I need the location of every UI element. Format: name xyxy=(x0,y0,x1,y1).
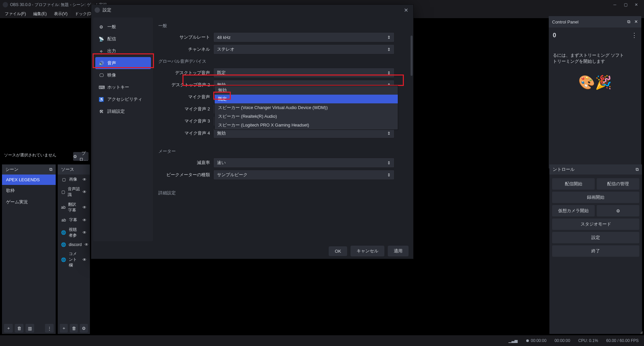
fps-counter: 60.00 / 60.00 FPS xyxy=(606,338,639,343)
dropdown-option[interactable]: スピーカー (Logitech PRO X Gaming Headset) xyxy=(215,121,398,130)
scene-item[interactable]: ゲーム実況 xyxy=(2,196,56,208)
exit-button[interactable]: 終了 xyxy=(552,245,639,257)
mic-audio-4-label: マイク音声 4 xyxy=(157,130,213,136)
sample-rate-select[interactable]: 48 kHz⇕ xyxy=(213,32,394,42)
source-item[interactable]: ab翻訳字幕👁 xyxy=(58,200,90,215)
dropdown-option[interactable]: スピーカー (Realtek(R) Audio) xyxy=(215,112,398,121)
mic-audio-2-label: マイク音声 2 xyxy=(157,106,213,112)
accessibility-icon: ♿ xyxy=(99,97,104,102)
source-item[interactable]: ▢画像👁 xyxy=(58,175,90,184)
desktop-audio-select[interactable]: 既定⇕ xyxy=(213,68,394,78)
sidebar-item-video[interactable]: 🖵映像 xyxy=(95,69,151,81)
sidebar-item-output[interactable]: ⎆出力 xyxy=(95,45,151,57)
profile-button[interactable]: ⚙プロ… xyxy=(73,152,89,161)
output-icon: ⎆ xyxy=(99,49,104,54)
source-settings-button[interactable]: ⚙ xyxy=(80,324,88,333)
popout-icon[interactable]: ⧉ xyxy=(49,167,52,172)
section-meters-title: メーター xyxy=(158,148,407,154)
desktop-audio-label: デスクトップ音声 xyxy=(157,70,213,76)
manage-stream-button[interactable]: 配信の管理 xyxy=(597,178,639,190)
visibility-icon[interactable]: 👁 xyxy=(83,177,87,182)
source-item[interactable]: 🌐コメント欄👁 xyxy=(58,249,90,270)
control-panel-header: Control Panel ⧉ ✕ xyxy=(549,16,641,28)
text-icon: ab xyxy=(61,205,65,210)
menu-edit[interactable]: 編集(E) xyxy=(30,10,50,18)
virtual-camera-button[interactable]: 仮想カメラ開始 xyxy=(552,205,595,216)
decay-rate-select[interactable]: 速い⇕ xyxy=(213,158,394,168)
sidebar-item-advanced[interactable]: 🛠詳細設定 xyxy=(95,105,151,117)
peak-meter-select[interactable]: サンプルピーク⇕ xyxy=(213,170,394,180)
visibility-icon[interactable]: 👁 xyxy=(83,218,87,223)
visibility-icon[interactable]: 👁 xyxy=(85,242,89,247)
close-button[interactable]: ✕ xyxy=(634,2,639,7)
source-item[interactable]: 🌐視聴者参👁 xyxy=(58,225,90,240)
ok-button[interactable]: OK xyxy=(329,246,347,256)
chevron-updown-icon: ⇕ xyxy=(387,70,391,76)
dialog-title: 設定 xyxy=(103,7,402,13)
scene-item[interactable]: 歌枠 xyxy=(2,185,56,196)
menu-file[interactable]: ファイル(F) xyxy=(1,10,29,18)
preview-canvas[interactable] xyxy=(3,18,87,148)
start-stream-button[interactable]: 配信開始 xyxy=(552,178,595,190)
no-source-label: ソースが選択されていません xyxy=(4,152,56,158)
sources-list: ▢画像👁 ▢音声認識👁 ab翻訳字幕👁 ab字幕👁 🌐視聴者参👁 🌐discor… xyxy=(58,175,90,323)
delete-scene-button[interactable]: 🗑 xyxy=(15,324,23,333)
obs-logo-icon xyxy=(3,2,8,7)
more-icon[interactable]: ⋮ xyxy=(631,32,637,39)
scene-filter-button[interactable]: ▥ xyxy=(25,324,34,333)
maximize-button[interactable]: ▢ xyxy=(623,2,628,7)
source-item[interactable]: ab字幕👁 xyxy=(58,215,90,225)
section-general-title: 一般 xyxy=(158,23,407,29)
add-source-button[interactable]: ＋ xyxy=(60,324,68,333)
menu-view[interactable]: 表示(V) xyxy=(51,10,71,18)
apply-button[interactable]: 適用 xyxy=(388,246,409,256)
globe-icon: 🌐 xyxy=(61,230,66,235)
visibility-icon[interactable]: 👁 xyxy=(83,257,87,262)
settings-button[interactable]: 設定 xyxy=(552,232,639,243)
section-global-devices-title: グローバル音声デバイス xyxy=(158,58,407,64)
visibility-icon[interactable]: 👁 xyxy=(83,230,87,235)
peak-meter-label: ピークメーターの種類 xyxy=(157,172,213,178)
sidebar-item-stream[interactable]: 📡配信 xyxy=(95,33,151,45)
sources-dock-header: ソース xyxy=(58,164,90,175)
popout-icon[interactable]: ⧉ xyxy=(636,167,639,172)
resize-grip-icon[interactable]: ◢ xyxy=(640,330,643,334)
add-scene-button[interactable]: ＋ xyxy=(4,324,13,333)
scrollbar-thumb[interactable] xyxy=(411,36,413,76)
channels-label: チャンネル xyxy=(157,46,213,52)
scene-item[interactable]: APEX LEGENDS xyxy=(2,175,56,185)
virtual-camera-settings-button[interactable]: ⚙ xyxy=(597,205,639,216)
status-bar: ▁▃▅ ⏺ 00:00:00 00:00:00 CPU: 0.1% 60.00 … xyxy=(0,335,644,346)
source-item[interactable]: ▢音声認識👁 xyxy=(58,184,90,200)
sidebar-item-hotkeys[interactable]: ⌨ホットキー xyxy=(95,81,151,93)
cp-text-1: るには、まずストリーミング ソフト xyxy=(553,52,637,58)
delete-source-button[interactable]: 🗑 xyxy=(70,324,78,333)
sidebar-item-general[interactable]: ⚙一般 xyxy=(95,21,151,33)
dropdown-option[interactable]: 無効 xyxy=(215,86,398,95)
visibility-icon[interactable]: 👁 xyxy=(83,190,87,194)
studio-mode-button[interactable]: スタジオモード xyxy=(552,218,639,230)
dropdown-option[interactable]: スピーカー (Voice Changer Virtual Audio Devic… xyxy=(215,103,398,112)
cancel-button[interactable]: キャンセル xyxy=(351,246,384,256)
sample-rate-label: サンプルレート xyxy=(157,34,213,40)
globe-icon: 🌐 xyxy=(61,257,66,262)
popout-icon[interactable]: ⧉ xyxy=(627,19,630,24)
start-record-button[interactable]: 録画開始 xyxy=(552,192,639,203)
section-advanced-title: 詳細設定 xyxy=(158,190,407,196)
source-item[interactable]: 🌐discord👁 xyxy=(58,240,90,249)
close-panel-icon[interactable]: ✕ xyxy=(634,19,638,24)
sidebar-item-audio[interactable]: 🔊音声 xyxy=(95,57,151,69)
record-dot-icon: ⏺ xyxy=(526,338,530,343)
audio-icon: ▢ xyxy=(61,190,65,194)
chevron-updown-icon: ⇕ xyxy=(387,160,391,165)
dialog-close-button[interactable]: ✕ xyxy=(402,6,410,14)
visibility-icon[interactable]: 👁 xyxy=(83,205,87,210)
scene-more-button[interactable]: ⋮ xyxy=(45,324,54,333)
gear-icon: ⚙ xyxy=(73,154,77,159)
mic-audio-3-label: マイク音声 3 xyxy=(157,118,213,124)
mic-audio-label: マイク音声 xyxy=(157,94,213,100)
channels-select[interactable]: ステレオ⇕ xyxy=(213,44,394,54)
sidebar-item-a11y[interactable]: ♿アクセシビリティ xyxy=(95,93,151,105)
dropdown-option[interactable]: 既定 xyxy=(215,95,398,103)
minimize-button[interactable]: ─ xyxy=(612,2,617,7)
